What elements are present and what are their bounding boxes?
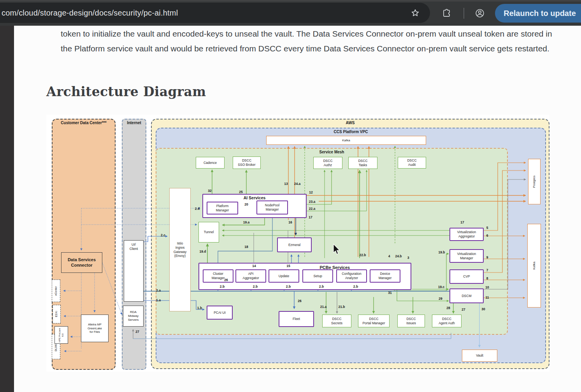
edge-label-2.d: 2.d — [195, 207, 200, 211]
edge-label-19.d: 19.d — [199, 250, 206, 253]
edge-label-9: 9 — [486, 255, 488, 259]
edge-label-19.c: 19.c — [438, 285, 445, 289]
edge-label-10: 10 — [485, 285, 489, 289]
edge-label-4: 4 — [388, 254, 390, 258]
edge-label-18: 18 — [244, 245, 248, 249]
edge-label-16: 16 — [288, 220, 292, 224]
edge-label-2.c: 2.c — [161, 233, 165, 237]
edge-label-30: 30 — [481, 307, 485, 311]
edge-label-2.b: 2.b — [353, 285, 358, 288]
edge-label-12: 12 — [309, 190, 312, 194]
window-top-edge — [0, 0, 581, 2]
profile-icon[interactable] — [475, 8, 485, 18]
edge-label-5: 5 — [486, 226, 488, 230]
edge-label-27: 27 — [462, 308, 465, 311]
edge-label-27: 27 — [135, 330, 139, 334]
edge-label-1.a: 1.a — [156, 298, 161, 302]
edge-label-19.b: 19.b — [438, 250, 445, 254]
edge-label-7: 7 — [486, 268, 488, 272]
edge-label-23.a: 23.a — [309, 200, 316, 204]
edge-label-24.a: 24.a — [294, 182, 301, 186]
edge-label-1.b: 1.b — [197, 306, 202, 310]
edge-label-22.a: 22.a — [309, 207, 316, 211]
edge-label-15: 15 — [286, 264, 290, 268]
edge-label-24.b: 24.b — [395, 254, 402, 258]
diagram-edge-labels: 32251324.a1223.a22.a172.d2019.a162.c19.d… — [46, 115, 549, 372]
edge-label-32: 32 — [208, 189, 211, 193]
url-text[interactable]: com/cloud/storage-design/docs/security/p… — [2, 9, 178, 18]
edge-label-2.b: 2.b — [220, 285, 225, 288]
edge-label-2.b: 2.b — [319, 285, 324, 288]
edge-label-21.b: 21.b — [338, 305, 345, 309]
edge-label-26: 26 — [224, 278, 228, 282]
url-bar[interactable]: com/cloud/storage-design/docs/security/p… — [0, 3, 430, 23]
edge-label-29: 29 — [439, 297, 442, 301]
edge-label-20: 20 — [244, 202, 248, 206]
edge-label-25: 25 — [239, 190, 242, 194]
edge-label-19.a: 19.a — [243, 220, 250, 224]
edge-label-2.b: 2.b — [286, 285, 291, 288]
architecture-diagram: Customer Data Center***InternetAWSCCS Pl… — [46, 115, 549, 372]
browser-toolbar: com/cloud/storage-design/docs/security/p… — [0, 0, 581, 26]
edge-label-13: 13 — [284, 182, 288, 186]
edge-label-8: 8 — [486, 276, 488, 280]
edge-label-28: 28 — [446, 306, 450, 310]
relaunch-to-update-button[interactable]: Relaunch to update — [495, 4, 581, 23]
edge-label-22.b: 22.b — [359, 253, 366, 257]
edge-label-11: 11 — [486, 295, 489, 299]
page-title: Architecture Diagram — [46, 84, 206, 99]
edge-label-26: 26 — [298, 299, 301, 303]
window-left-edge — [0, 26, 14, 392]
bookmark-star-icon[interactable] — [410, 8, 420, 18]
edge-label-3: 3 — [407, 256, 409, 260]
edge-label-14: 14 — [252, 264, 256, 268]
toolbar-separator — [463, 8, 464, 19]
edge-label-2.b: 2.b — [253, 285, 258, 288]
edge-label-2.a: 2.a — [156, 288, 161, 292]
edge-label-21.a: 21.a — [320, 305, 327, 309]
edge-label-31: 31 — [388, 291, 391, 295]
edge-label-6: 6 — [486, 234, 488, 237]
edge-label-17: 17 — [309, 215, 312, 219]
edge-label-17: 17 — [460, 220, 464, 224]
intro-paragraph: token to initialize the vault and encode… — [61, 26, 556, 56]
extensions-icon[interactable] — [441, 8, 451, 18]
